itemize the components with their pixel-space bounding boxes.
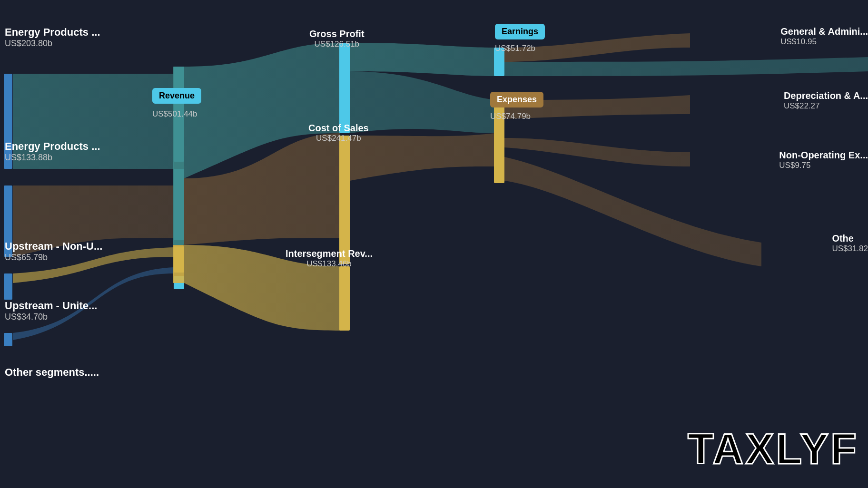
upstream-non-label: Upstream - Non-U... US$65.79b bbox=[5, 240, 102, 263]
upstream-unite-label: Upstream - Unite... US$34.70b bbox=[5, 300, 97, 322]
intersegment-label: Intersegment Rev... US$133.46b bbox=[286, 248, 373, 269]
expenses-node[interactable]: Expenses bbox=[490, 92, 543, 107]
svg-rect-6 bbox=[4, 273, 12, 300]
revenue-value: US$501.44b bbox=[152, 109, 197, 119]
depreciation-label: Depreciation & A... US$22.27 bbox=[784, 90, 868, 111]
svg-rect-7 bbox=[4, 333, 12, 346]
revenue-node[interactable]: Revenue bbox=[152, 88, 201, 104]
cost-of-sales-label: Cost of Sales US$241.47b bbox=[308, 123, 369, 143]
earnings-value: US$51.72b bbox=[495, 44, 535, 53]
non-operating-label: Non-Operating Ex... US$9.75 bbox=[779, 150, 868, 170]
other-label: Othe US$31.82 bbox=[832, 233, 868, 254]
gross-profit-label: Gross Profit US$126.51b bbox=[309, 29, 365, 49]
svg-rect-12 bbox=[339, 266, 350, 331]
svg-rect-11 bbox=[339, 136, 350, 264]
gen-admin-label: General & Admini... US$10.95 bbox=[780, 26, 868, 47]
energy-products-1-label: Energy Products ... US$203.80b bbox=[5, 26, 100, 49]
svg-rect-10 bbox=[339, 43, 350, 133]
expenses-value: US$74.79b bbox=[490, 112, 531, 121]
energy-products-2-label: Energy Products ... US$133.88b bbox=[5, 140, 100, 163]
earnings-node[interactable]: Earnings bbox=[495, 24, 545, 39]
other-segments-label: Other segments..... bbox=[5, 366, 99, 379]
svg-rect-9 bbox=[173, 245, 184, 283]
taxlyf-watermark: TAXLYF bbox=[688, 425, 858, 474]
